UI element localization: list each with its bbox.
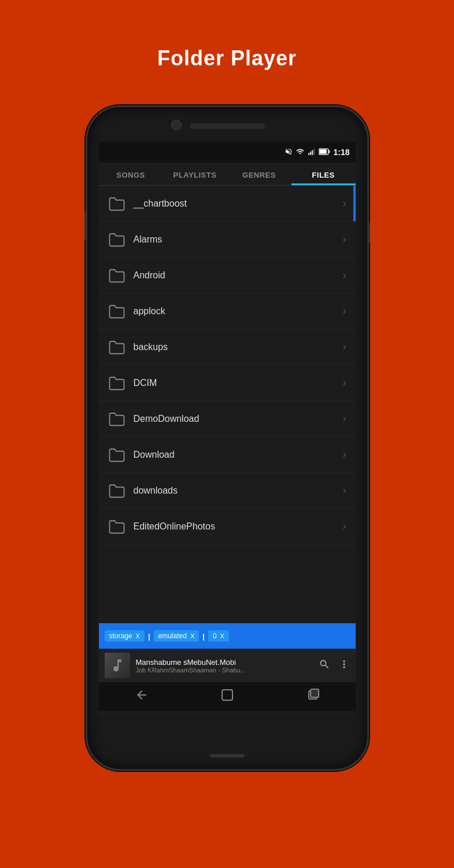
phone-device: 1:18 SONGS PLAYLISTS GENRES FILES [86, 105, 369, 771]
breadcrumb-separator: | [202, 632, 205, 641]
list-item[interactable]: backups › [99, 329, 356, 365]
list-item[interactable]: DCIM › [99, 365, 356, 401]
breadcrumb-chip-0[interactable]: 0 X [208, 630, 229, 642]
phone-home-indicator [210, 754, 245, 757]
breadcrumb-chip-storage[interactable]: storage X [105, 630, 145, 642]
wifi-icon [296, 148, 305, 157]
folder-icon [108, 483, 126, 498]
status-time: 1:18 [333, 148, 349, 157]
chevron-right-icon: › [343, 448, 346, 461]
signal-icon [308, 148, 316, 157]
svg-rect-1 [311, 152, 312, 155]
phone-speaker [190, 123, 265, 129]
mute-icon [285, 148, 293, 157]
folder-icon [108, 411, 126, 426]
file-name: EditedOnlinePhotos [134, 521, 337, 532]
file-name: DemoDownload [134, 414, 337, 424]
phone-screen: 1:18 SONGS PLAYLISTS GENRES FILES [99, 142, 356, 717]
chevron-right-icon: › [343, 197, 346, 209]
breadcrumb-close-icon[interactable]: X [136, 632, 140, 639]
nav-bar [99, 682, 356, 711]
svg-rect-9 [311, 689, 319, 697]
track-subtitle: Job KRahmShaamShaaman - Shabu... [136, 667, 313, 674]
tab-songs[interactable]: SONGS [99, 163, 163, 185]
folder-icon [108, 340, 126, 355]
breadcrumb-chip-emulated[interactable]: emulated X [154, 630, 200, 642]
folder-icon [108, 519, 126, 534]
chevron-right-icon: › [343, 413, 346, 425]
chevron-right-icon: › [343, 341, 346, 353]
breadcrumb-bar: storage X | emulated X | 0 X [99, 623, 356, 649]
track-title: Manshabume sMebuNet.Mobi [136, 658, 313, 667]
chevron-right-icon: › [343, 484, 346, 496]
tab-files[interactable]: FILES [291, 163, 356, 185]
file-name: backups [134, 342, 337, 352]
back-button[interactable] [135, 688, 149, 705]
chevron-right-icon: › [343, 233, 346, 245]
app-title: Folder Player [157, 46, 297, 71]
breadcrumb-close-icon[interactable]: X [190, 632, 194, 639]
power-button [368, 223, 370, 243]
file-name: DCIM [134, 378, 337, 388]
file-name: downloads [134, 486, 337, 496]
breadcrumb-label: 0 [213, 632, 217, 640]
svg-rect-7 [222, 690, 232, 700]
now-playing-bar[interactable]: Manshabume sMebuNet.Mobi Job KRahmShaamS… [99, 649, 356, 682]
svg-rect-0 [309, 153, 310, 155]
list-item[interactable]: Android › [99, 258, 356, 293]
tab-bar: SONGS PLAYLISTS GENRES FILES [99, 163, 356, 186]
folder-icon [108, 232, 126, 247]
breadcrumb-separator: | [148, 632, 150, 641]
scroll-indicator [353, 186, 356, 221]
svg-rect-6 [320, 149, 327, 154]
tab-playlists[interactable]: PLAYLISTS [163, 163, 227, 185]
list-item[interactable]: Alarms › [99, 222, 356, 258]
chevron-right-icon: › [343, 269, 346, 281]
track-info: Manshabume sMebuNet.Mobi Job KRahmShaamS… [136, 658, 313, 674]
phone-shell: 1:18 SONGS PLAYLISTS GENRES FILES [86, 105, 369, 771]
list-item[interactable]: downloads › [99, 473, 356, 509]
file-name: __chartboost [134, 198, 337, 209]
search-icon[interactable] [319, 659, 330, 673]
breadcrumb-close-icon[interactable]: X [220, 632, 224, 639]
svg-rect-3 [313, 149, 315, 155]
more-options-icon[interactable] [338, 659, 350, 673]
svg-rect-5 [329, 150, 330, 153]
folder-icon [108, 447, 126, 462]
now-playing-controls [319, 659, 350, 673]
breadcrumb-label: emulated [158, 632, 187, 640]
home-button[interactable] [220, 688, 234, 705]
volume-button [84, 211, 87, 240]
album-art [105, 653, 130, 678]
file-list[interactable]: __chartboost › Alarms › [99, 186, 356, 623]
list-item[interactable]: DemoDownload › [99, 401, 356, 437]
folder-icon [108, 304, 126, 319]
status-icons: 1:18 [285, 148, 349, 157]
list-item[interactable]: __chartboost › [99, 186, 356, 222]
list-item[interactable]: Download › [99, 437, 356, 473]
list-item[interactable]: EditedOnlinePhotos › [99, 509, 356, 545]
folder-icon [108, 376, 126, 391]
phone-camera [171, 120, 182, 130]
chevron-right-icon: › [343, 377, 346, 389]
svg-rect-2 [312, 150, 313, 155]
recents-button[interactable] [306, 688, 320, 705]
status-bar: 1:18 [99, 142, 356, 163]
chevron-right-icon: › [343, 305, 346, 317]
battery-icon [319, 148, 330, 156]
folder-icon [108, 268, 126, 283]
list-item[interactable]: applock › [99, 293, 356, 329]
file-name: Android [134, 270, 337, 281]
file-name: Download [134, 450, 337, 460]
breadcrumb-label: storage [109, 632, 132, 640]
chevron-right-icon: › [343, 520, 346, 532]
folder-icon [108, 196, 126, 211]
file-name: applock [134, 306, 337, 317]
file-name: Alarms [134, 234, 337, 245]
tab-genres[interactable]: GENRES [227, 163, 291, 185]
